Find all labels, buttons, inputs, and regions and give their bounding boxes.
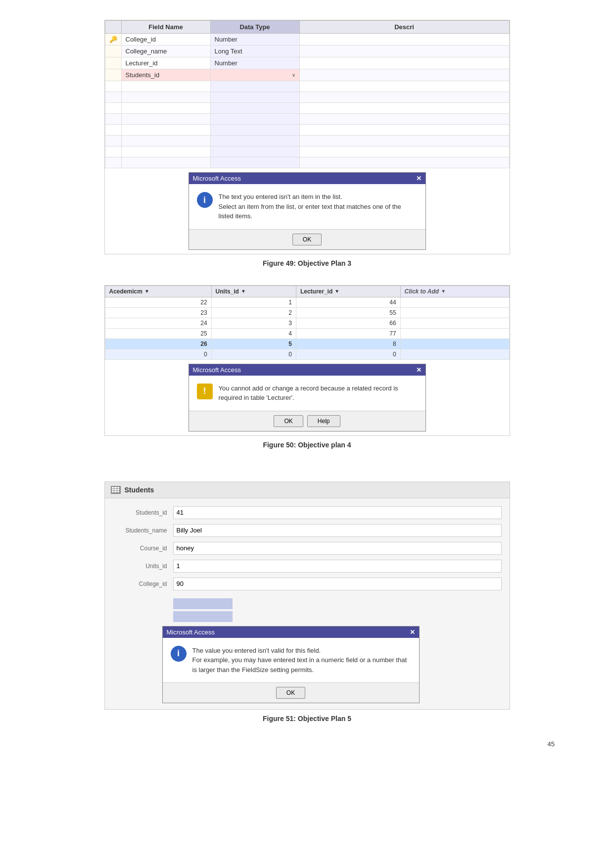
table-row: 🔑 College_id Number bbox=[105, 34, 509, 46]
description-header: Descri bbox=[299, 21, 509, 34]
extra-cell-new bbox=[400, 349, 509, 359]
dialog-message-line1-51: The value you entered isn't valid for th… bbox=[192, 646, 411, 656]
dialog-header-51: Microsoft Access ✕ bbox=[163, 627, 419, 638]
sort-icon-acedemicm: ▼ bbox=[144, 289, 149, 294]
sort-icon-lecturer-id: ▼ bbox=[334, 289, 339, 294]
acad-cell: 24 bbox=[105, 318, 211, 328]
info-icon-51: i bbox=[171, 646, 187, 662]
acad-cell: 23 bbox=[105, 307, 211, 318]
key-icon: 🔑 bbox=[109, 36, 117, 43]
units-cell: 2 bbox=[211, 307, 296, 318]
data-row: 25 4 77 bbox=[105, 328, 509, 338]
dialog-header-49: Microsoft Access ✕ bbox=[189, 173, 425, 184]
dialog-footer-51: OK bbox=[163, 682, 419, 703]
form-row-course-id: Course_id bbox=[113, 542, 502, 555]
form-row-college-id: College_id bbox=[113, 578, 502, 590]
acad-cell: 26 bbox=[105, 338, 211, 349]
key-cell bbox=[105, 69, 121, 81]
label-students-name: Students_name bbox=[113, 527, 167, 534]
form-row-students-name: Students_name bbox=[113, 524, 502, 537]
dialog-text-50: You cannot add or change a record becaus… bbox=[219, 384, 418, 403]
units-cell: 1 bbox=[211, 297, 296, 307]
lecturer-cell: 77 bbox=[296, 328, 400, 338]
input-students-name[interactable] bbox=[173, 524, 502, 537]
dialog-header-50: Microsoft Access ✕ bbox=[189, 364, 425, 376]
form-row-units-id: Units_id bbox=[113, 560, 502, 573]
table-row-empty bbox=[105, 103, 509, 114]
acad-cell-new: 0 bbox=[105, 349, 211, 359]
data-row-new: 0 0 0 bbox=[105, 349, 509, 359]
form-title-51: Students bbox=[125, 486, 154, 494]
dialog-message-line1-49: The text you entered isn't an item in th… bbox=[219, 192, 418, 202]
extra-cell bbox=[400, 338, 509, 349]
dialog-footer-49: OK bbox=[189, 229, 425, 249]
ok-button-51[interactable]: OK bbox=[276, 687, 305, 699]
ms-access-dialog-50: Microsoft Access ✕ ! You cannot add or c… bbox=[189, 364, 426, 432]
extra-cell bbox=[400, 328, 509, 338]
table-row-empty bbox=[105, 136, 509, 146]
lecturer-cell: 66 bbox=[296, 318, 400, 328]
label-units-id: Units_id bbox=[113, 563, 167, 570]
table-row: College_name Long Text bbox=[105, 46, 509, 57]
figure-50-grid-container: Acedemicm ▼ Units_id ▼ Lecturer_id bbox=[104, 285, 510, 436]
dialog-close-50[interactable]: ✕ bbox=[416, 366, 422, 374]
ms-access-dialog-51: Microsoft Access ✕ i The value you enter… bbox=[162, 626, 420, 704]
input-college-id[interactable] bbox=[173, 578, 502, 590]
dialog-message-line2-49: Select an item from the list, or enter t… bbox=[219, 202, 418, 221]
dialog-close-51[interactable]: ✕ bbox=[410, 628, 415, 636]
units-cell: 5 bbox=[211, 338, 296, 349]
units-cell: 4 bbox=[211, 328, 296, 338]
col-label-acedemicm: Acedemicm bbox=[109, 288, 142, 295]
figure-49: Field Name Data Type Descri 🔑 College_id… bbox=[40, 20, 574, 267]
sort-icon-click-to-add: ▼ bbox=[441, 289, 446, 294]
field-name-cell-highlighted: Students_id bbox=[121, 69, 210, 81]
input-students-id[interactable] bbox=[173, 506, 502, 519]
dialog-text-51: The value you entered isn't valid for th… bbox=[192, 646, 411, 675]
acad-cell: 22 bbox=[105, 297, 211, 307]
lecturer-cell-new: 0 bbox=[296, 349, 400, 359]
ms-access-dialog-49: Microsoft Access ✕ i The text you entere… bbox=[189, 172, 426, 250]
desc-cell bbox=[299, 57, 509, 69]
label-college-id: College_id bbox=[113, 580, 167, 587]
table-row: Students_id ∨ bbox=[105, 69, 509, 81]
dialog-body-50: ! You cannot add or change a record beca… bbox=[189, 376, 425, 411]
desc-cell bbox=[299, 69, 509, 81]
key-col-header bbox=[105, 21, 121, 34]
sort-icon-units-id: ▼ bbox=[241, 289, 246, 294]
input-units-id[interactable] bbox=[173, 560, 502, 573]
desc-cell bbox=[299, 34, 509, 46]
units-cell-new: 0 bbox=[211, 349, 296, 359]
figure-50: Acedemicm ▼ Units_id ▼ Lecturer_id bbox=[40, 285, 574, 449]
key-cell bbox=[105, 46, 121, 57]
data-row: 22 1 44 bbox=[105, 297, 509, 307]
label-students-id: Students_id bbox=[113, 509, 167, 516]
ok-button-49[interactable]: OK bbox=[292, 234, 322, 245]
ok-button-50[interactable]: OK bbox=[274, 415, 303, 427]
figure-49-caption: Figure 49: Objective Plan 3 bbox=[40, 259, 574, 267]
students-form-container: Students Students_id Students_name Cours… bbox=[104, 482, 510, 710]
extra-cell bbox=[400, 307, 509, 318]
col-header-acedemicm[interactable]: Acedemicm ▼ bbox=[105, 286, 211, 297]
field-name-cell: Lecturer_id bbox=[121, 57, 210, 69]
datasheet-table-50: Acedemicm ▼ Units_id ▼ Lecturer_id bbox=[105, 286, 510, 360]
dropdown-arrow-icon: ∨ bbox=[292, 72, 295, 78]
data-row: 23 2 55 bbox=[105, 307, 509, 318]
units-cell: 3 bbox=[211, 318, 296, 328]
figure-50-caption: Figure 50: Objective plan 4 bbox=[40, 441, 574, 449]
lecturer-cell: 8 bbox=[296, 338, 400, 349]
col-label-units-id: Units_id bbox=[216, 288, 239, 295]
field-name-header: Field Name bbox=[121, 21, 210, 34]
data-type-cell: Long Text bbox=[210, 46, 299, 57]
key-cell bbox=[105, 57, 121, 69]
data-type-dropdown-cell[interactable]: ∨ bbox=[210, 69, 299, 81]
data-type-cell: Number bbox=[210, 34, 299, 46]
help-button-50[interactable]: Help bbox=[307, 415, 340, 427]
table-icon-51 bbox=[111, 486, 121, 494]
dialog-message-line2-51: For example, you may have entered text i… bbox=[192, 655, 411, 675]
data-row: 24 3 66 bbox=[105, 318, 509, 328]
col-header-units-id[interactable]: Units_id ▼ bbox=[211, 286, 296, 297]
input-course-id[interactable] bbox=[173, 542, 502, 555]
col-header-lecturer-id[interactable]: Lecturer_id ▼ bbox=[296, 286, 400, 297]
dialog-close-49[interactable]: ✕ bbox=[416, 175, 422, 182]
col-header-click-to-add[interactable]: Click to Add ▼ bbox=[400, 286, 509, 297]
